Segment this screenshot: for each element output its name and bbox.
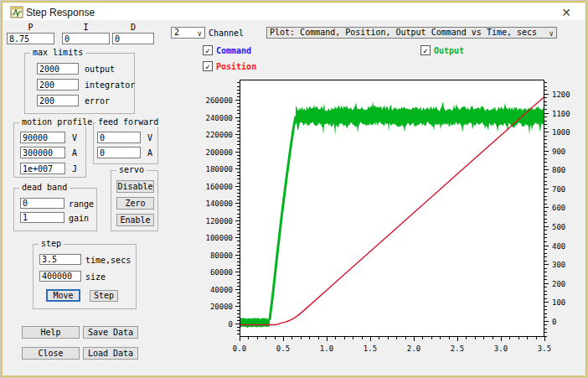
step-time-label: time,secs [85, 256, 131, 265]
svg-text:0: 0 [229, 320, 233, 329]
help-button[interactable]: Help [22, 326, 80, 339]
svg-text:140000: 140000 [205, 199, 233, 208]
svg-text:0: 0 [552, 318, 556, 326]
dead-band-title: dead band [19, 183, 70, 192]
feed-forward-group: feed forward V A [93, 122, 158, 164]
max-limits-title: max limits [30, 48, 85, 57]
svg-text:0.5: 0.5 [276, 344, 290, 353]
svg-text:1100: 1100 [552, 110, 570, 118]
p-label: P [7, 23, 54, 32]
deadband-gain-label: gain [69, 214, 89, 223]
ff-v-label: V [147, 133, 152, 142]
ff-a-label: A [147, 148, 152, 158]
profile-a-input[interactable] [20, 147, 65, 158]
max-error-input[interactable] [37, 95, 79, 106]
move-button[interactable]: Move [46, 289, 80, 302]
chevron-down-icon: ∨ [198, 28, 202, 39]
d-input[interactable] [112, 33, 154, 44]
step-response-chart: 0200004000060000800001000001200001400001… [202, 75, 588, 368]
i-label: I [62, 23, 110, 32]
title-bar: Step Response ✕ [3, 3, 585, 20]
motion-profile-title: motion profile [19, 117, 95, 127]
step-size-input[interactable] [39, 271, 81, 282]
svg-text:0.0: 0.0 [233, 344, 246, 353]
motion-profile-group: motion profile V A J [13, 122, 86, 178]
servo-group: servo Disable Zero Enable [111, 170, 158, 231]
servo-enable-button[interactable]: Enable [116, 214, 154, 226]
svg-text:1.5: 1.5 [364, 344, 377, 353]
svg-text:1200: 1200 [552, 91, 570, 99]
svg-text:700: 700 [552, 185, 565, 194]
max-integrator-label: integrator [85, 80, 135, 90]
i-input[interactable] [62, 33, 110, 44]
plot-select[interactable]: Plot: Command, Position, Output Command … [266, 27, 557, 39]
svg-text:220000: 220000 [205, 131, 233, 139]
max-output-label: output [85, 65, 115, 74]
svg-text:240000: 240000 [205, 114, 233, 122]
profile-v-label: V [72, 133, 77, 142]
command-checkbox-label: Command [216, 46, 251, 55]
close-icon[interactable]: ✕ [552, 5, 580, 21]
position-checkbox-label: Position [216, 62, 256, 71]
channel-label: Channel [209, 28, 244, 38]
svg-text:60000: 60000 [210, 268, 233, 277]
svg-text:400: 400 [552, 242, 565, 251]
svg-text:100: 100 [552, 298, 565, 307]
svg-text:1.0: 1.0 [320, 344, 333, 353]
servo-disable-button[interactable]: Disable [116, 180, 154, 193]
position-checkbox[interactable]: ✓ [203, 61, 213, 71]
deadband-range-input[interactable] [20, 198, 64, 209]
svg-text:180000: 180000 [205, 165, 233, 173]
svg-text:300: 300 [552, 261, 565, 269]
ff-a-input[interactable] [97, 147, 141, 158]
max-output-input[interactable] [37, 63, 79, 75]
dead-band-group: dead band range gain [13, 188, 97, 231]
command-checkbox[interactable]: ✓ [203, 45, 213, 55]
deadband-gain-input[interactable] [20, 212, 64, 223]
step-response-window: Step Response ✕ P I D max limits output … [0, 0, 588, 378]
svg-text:200000: 200000 [205, 148, 233, 157]
svg-text:80000: 80000 [210, 251, 233, 260]
close-button[interactable]: Close [22, 347, 80, 360]
svg-text:120000: 120000 [205, 217, 233, 225]
svg-text:800: 800 [552, 166, 565, 174]
servo-zero-button[interactable]: Zero [116, 197, 154, 210]
channel-value: 2 [174, 28, 179, 37]
d-label: D [112, 23, 154, 32]
svg-text:40000: 40000 [210, 286, 233, 294]
svg-text:260000: 260000 [205, 96, 233, 105]
p-input[interactable] [7, 33, 54, 44]
svg-text:900: 900 [552, 148, 565, 156]
profile-v-input[interactable] [20, 132, 65, 143]
svg-text:200: 200 [552, 280, 565, 288]
svg-text:2.5: 2.5 [451, 344, 464, 353]
profile-j-input[interactable] [20, 163, 65, 174]
step-size-label: size [85, 272, 106, 282]
chevron-down-icon: ∨ [549, 28, 554, 39]
svg-text:3.5: 3.5 [538, 344, 551, 353]
feed-forward-title: feed forward [95, 117, 161, 127]
max-error-label: error [85, 96, 110, 106]
max-integrator-input[interactable] [37, 79, 79, 91]
step-title: step [39, 239, 64, 248]
svg-text:20000: 20000 [210, 303, 233, 311]
step-time-input[interactable] [39, 254, 81, 265]
step-button[interactable]: Step [90, 290, 118, 302]
load-data-button[interactable]: Load Data [83, 347, 138, 360]
svg-text:160000: 160000 [205, 183, 233, 191]
deadband-range-label: range [69, 199, 94, 209]
output-checkbox-label: Output [434, 46, 464, 55]
step-group: step time,secs size Move Step [33, 244, 137, 309]
window-title: Step Response [26, 7, 95, 18]
save-data-button[interactable]: Save Data [83, 326, 138, 339]
servo-title: servo [116, 165, 147, 174]
output-checkbox[interactable]: ✓ [420, 45, 431, 55]
svg-text:500: 500 [552, 223, 565, 231]
svg-text:2.0: 2.0 [407, 344, 420, 353]
svg-text:600: 600 [552, 204, 565, 212]
profile-j-label: J [72, 164, 77, 173]
channel-select[interactable]: 2 ∨ [171, 27, 205, 39]
profile-a-label: A [72, 148, 77, 158]
ff-v-input[interactable] [97, 132, 141, 143]
app-icon [10, 6, 23, 19]
